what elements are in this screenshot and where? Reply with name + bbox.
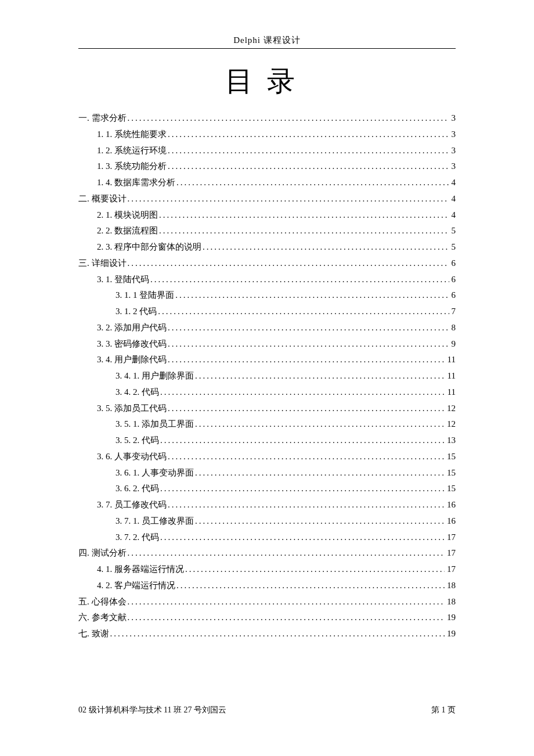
toc-entry: 五. 心得体会18	[78, 594, 456, 610]
toc-entry: 4. 2. 客户端运行情况18	[78, 578, 456, 594]
toc-leader-dots	[195, 465, 445, 481]
toc-entry-page: 3	[450, 143, 456, 159]
toc-entry-page: 18	[446, 578, 456, 594]
toc-leader-dots	[185, 561, 445, 578]
toc-entry: 1. 3. 系统功能分析3	[78, 159, 456, 175]
toc-leader-dots	[195, 513, 445, 530]
toc-entry-label: 3. 6. 1. 人事变动界面	[116, 465, 194, 481]
toc-entry-label: 四. 测试分析	[78, 545, 127, 561]
toc-entry-label: 3. 6. 人事变动代码	[97, 449, 167, 465]
page-footer: 02 级计算机科学与技术 11 班 27 号刘国云 第 1 页	[78, 705, 456, 715]
toc-entry-page: 6	[450, 255, 456, 272]
toc-leader-dots	[168, 320, 449, 336]
toc-leader-dots	[128, 594, 445, 610]
toc-entry-page: 4	[450, 191, 456, 207]
toc-entry-label: 1. 4. 数据库需求分析	[97, 175, 175, 191]
toc-entry-page: 15	[446, 465, 456, 481]
toc-entry: 一. 需求分析3	[78, 110, 456, 127]
toc-leader-dots	[150, 272, 449, 288]
toc-entry-label: 2. 3. 程序中部分窗体的说明	[97, 239, 201, 255]
toc-entry: 3. 3. 密码修改代码9	[78, 336, 456, 352]
toc-entry-page: 12	[446, 416, 456, 433]
toc-entry-page: 8	[450, 320, 456, 336]
toc-entry-page: 12	[446, 401, 456, 417]
toc-entry-page: 11	[446, 352, 456, 368]
toc-entry-label: 三. 详细设计	[78, 255, 127, 272]
toc-entry: 1. 1. 系统性能要求3	[78, 127, 456, 143]
toc-leader-dots	[176, 175, 449, 191]
toc-entry-label: 3. 5. 2. 代码	[116, 433, 159, 449]
toc-entry-label: 1. 2. 系统运行环境	[97, 143, 167, 159]
toc-entry: 六. 参考文献19	[78, 610, 456, 626]
toc-entry: 二. 概要设计4	[78, 191, 456, 207]
toc-entry-label: 3. 7. 员工修改代码	[97, 497, 167, 513]
toc-leader-dots	[168, 449, 445, 465]
toc-entry-label: 1. 3. 系统功能分析	[97, 159, 167, 175]
toc-entry-label: 3. 4. 2. 代码	[116, 384, 159, 401]
toc-entry-label: 3. 1. 登陆代码	[97, 272, 149, 288]
toc-entry-page: 15	[446, 449, 456, 465]
toc-entry-label: 3. 4. 用户删除代码	[97, 352, 167, 368]
toc-entry: 3. 1. 登陆代码6	[78, 272, 456, 288]
toc-leader-dots	[168, 127, 449, 143]
toc-leader-dots	[128, 110, 449, 127]
toc-entry-page: 15	[446, 481, 456, 497]
toc-entry-page: 4	[450, 175, 456, 191]
toc-entry: 2. 3. 程序中部分窗体的说明5	[78, 239, 456, 255]
toc-leader-dots	[168, 497, 445, 513]
toc-entry-page: 5	[450, 223, 456, 239]
toc-entry: 3. 5. 2. 代码13	[78, 433, 456, 449]
toc-leader-dots	[128, 191, 449, 207]
toc-entry-page: 17	[446, 530, 456, 546]
toc-leader-dots	[160, 530, 445, 546]
toc-entry-page: 19	[446, 626, 456, 642]
toc-leader-dots	[128, 610, 445, 626]
toc-leader-dots	[158, 304, 449, 320]
toc-entry-page: 7	[450, 304, 456, 320]
toc-leader-dots	[160, 481, 445, 497]
toc-entry-page: 3	[450, 127, 456, 143]
toc-leader-dots	[195, 368, 445, 384]
toc-entry-page: 13	[446, 433, 456, 449]
toc-entry-page: 6	[450, 287, 456, 304]
toc-entry: 七. 致谢19	[78, 626, 456, 642]
toc-entry-page: 11	[446, 368, 456, 384]
toc-leader-dots	[159, 207, 449, 224]
toc-entry-label: 4. 1. 服务器端运行情况	[97, 561, 184, 578]
toc-entry: 3. 6. 人事变动代码15	[78, 449, 456, 465]
toc-entry-page: 3	[450, 110, 456, 127]
toc-entry-page: 9	[450, 336, 456, 352]
toc-entry: 3. 4. 用户删除代码11	[78, 352, 456, 368]
toc-entry-label: 3. 4. 1. 用户删除界面	[116, 368, 194, 384]
toc-entry-label: 五. 心得体会	[78, 594, 127, 610]
document-page: Delphi 课程设计 目录 一. 需求分析31. 1. 系统性能要求31. 2…	[0, 0, 534, 756]
toc-entry: 3. 7. 1. 员工修改界面16	[78, 513, 456, 530]
toc-entry: 4. 1. 服务器端运行情况17	[78, 561, 456, 578]
toc-leader-dots	[168, 401, 445, 417]
toc-entry: 2. 2. 数据流程图5	[78, 223, 456, 239]
toc-leader-dots	[160, 433, 445, 449]
toc-entry-label: 3. 6. 2. 代码	[116, 481, 159, 497]
toc-entry-page: 17	[446, 561, 456, 578]
toc-entry-page: 3	[450, 159, 456, 175]
footer-right: 第 1 页	[431, 705, 456, 715]
toc-entry-label: 3. 3. 密码修改代码	[97, 336, 167, 352]
toc-entry-label: 3. 7. 2. 代码	[116, 530, 159, 546]
page-header: Delphi 课程设计	[78, 35, 456, 49]
toc-leader-dots	[168, 159, 449, 175]
toc-entry-page: 6	[450, 272, 456, 288]
toc-entry: 1. 4. 数据库需求分析4	[78, 175, 456, 191]
toc-entry-label: 3. 1. 1 登陆界面	[116, 287, 174, 304]
toc-leader-dots	[110, 626, 445, 642]
toc-entry: 2. 1. 模块说明图4	[78, 207, 456, 224]
toc-entry: 3. 4. 2. 代码11	[78, 384, 456, 401]
toc-entry: 1. 2. 系统运行环境3	[78, 143, 456, 159]
toc-leader-dots	[168, 143, 449, 159]
toc-entry: 3. 6. 1. 人事变动界面15	[78, 465, 456, 481]
toc-leader-dots	[203, 239, 449, 255]
toc-entry: 3. 2. 添加用户代码8	[78, 320, 456, 336]
toc-entry: 3. 7. 员工修改代码16	[78, 497, 456, 513]
toc-entry: 三. 详细设计6	[78, 255, 456, 272]
toc-leader-dots	[160, 384, 445, 401]
toc-entry-label: 一. 需求分析	[78, 110, 127, 127]
